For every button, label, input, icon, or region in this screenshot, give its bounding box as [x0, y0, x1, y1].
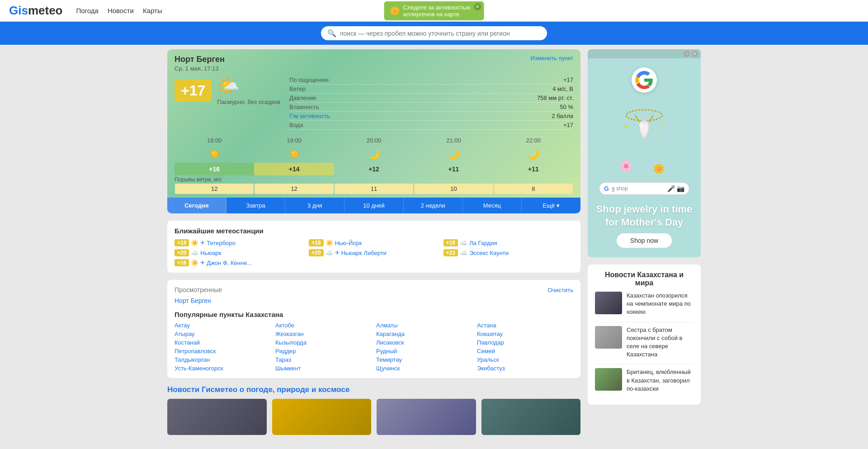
station-link-2[interactable]: Ла Гардия [469, 240, 497, 246]
popular-city-7[interactable]: Кокшетау [477, 331, 573, 337]
tab-more[interactable]: Ещё ▾ [522, 198, 580, 213]
popular-city-5[interactable]: Жезказган [275, 331, 372, 337]
allergy-banner[interactable]: 🌼 Следите за активностьюаллергенов на ка… [384, 1, 484, 20]
hourly-forecast: 18:00 19:00 20:00 21:00 22:00 ☀️ ☀️ 🌙 🌙 … [167, 135, 580, 198]
popular-city-11[interactable]: Павлодар [477, 339, 573, 346]
popular-city-9[interactable]: Кызылорда [275, 339, 372, 346]
hourly-wind-row: 12 12 11 10 8 [175, 184, 573, 194]
search-input[interactable] [340, 30, 541, 37]
station-item-2: +19 ☁️ Ла Гардия [443, 239, 573, 246]
station-link-5[interactable]: Эссекс Каунти [469, 250, 509, 256]
sidebar-news-item-2: Британец, влюбленный в Казахстан, загово… [595, 368, 693, 393]
location-info: Норт Берген Ср, 1 мая, 17:13 [175, 55, 225, 72]
hourly-wind-2: 11 [335, 184, 413, 194]
popular-city-4[interactable]: Атырау [175, 331, 271, 337]
sidebar-news-text-2[interactable]: Британец, влюбленный в Казахстан, загово… [627, 368, 693, 393]
sidebar-news-text-0[interactable]: Казахстан опозорился на чемпионате мира … [627, 292, 693, 317]
popular-city-6[interactable]: Караганда [376, 331, 472, 337]
ad-search-bar[interactable]: G g shop 🎤 📷 [599, 182, 689, 195]
tab-tomorrow[interactable]: Завтра [226, 198, 286, 213]
station-temp-3: +20 [175, 249, 189, 256]
feels-like-value: +17 [563, 76, 573, 83]
nav-news[interactable]: Новости [108, 7, 134, 14]
station-link-3[interactable]: Ньюарк [200, 250, 221, 256]
news-thumb-2[interactable] [272, 399, 372, 435]
sidebar-news-text-1[interactable]: Сестра с братом покончили с собой в селе… [627, 326, 693, 359]
tab-month[interactable]: Месяц [463, 198, 522, 213]
sidebar-news-thumb-0 [595, 292, 622, 314]
plane-icon-4: ✈ [335, 250, 340, 256]
divider-1 [595, 322, 693, 322]
popular-city-13[interactable]: Риддер [275, 348, 372, 354]
news-thumb-1[interactable] [167, 399, 267, 435]
tab-3days[interactable]: 3 дня [285, 198, 344, 213]
viewed-item[interactable]: Норт Берген [175, 297, 211, 304]
ad-headline: Shop jewelry in time for Mother's Day [588, 199, 701, 233]
geo-label[interactable]: Г/м активность [289, 113, 330, 119]
popular-city-12[interactable]: Петропавловск [175, 348, 271, 354]
popular-city-0[interactable]: Актау [175, 322, 271, 329]
tab-today[interactable]: Сегодня [167, 198, 226, 213]
current-temperature: +17 [175, 80, 212, 102]
logo[interactable]: Gismeteo [9, 4, 63, 18]
popular-city-15[interactable]: Семей [477, 348, 573, 354]
popular-city-3[interactable]: Астана [477, 322, 573, 329]
popular-city-17[interactable]: Тараз [275, 356, 372, 363]
popular-city-14[interactable]: Рудный [376, 348, 472, 354]
plane-icon-0: ✈ [200, 240, 205, 246]
nav-weather[interactable]: Погода [76, 7, 99, 14]
hourly-wind-0: 12 [175, 184, 254, 194]
hourly-time-1: 19:00 [254, 135, 334, 146]
shop-now-button[interactable]: Shop now [617, 233, 672, 248]
station-link-0[interactable]: Тетерборо [207, 240, 235, 246]
popular-city-2[interactable]: Алматы [376, 322, 472, 329]
news-thumb-4[interactable] [481, 399, 581, 435]
ad-search-text: g shop [612, 185, 665, 192]
popular-city-8[interactable]: Костанай [175, 339, 271, 346]
svg-text:✦: ✦ [624, 124, 628, 130]
change-location-link[interactable]: Изменить пункт [530, 55, 573, 61]
weather-card: Норт Берген Ср, 1 мая, 17:13 Изменить пу… [167, 49, 580, 213]
popular-city-1[interactable]: Актобе [275, 322, 372, 329]
popular-city-20[interactable]: Усть-Каменогорск [175, 365, 271, 372]
camera-icon: 📷 [677, 185, 684, 192]
station-link-4[interactable]: Ньюарк Либерти [341, 250, 387, 256]
popular-city-16[interactable]: Талдыкорган [175, 356, 271, 363]
station-link-1[interactable]: Нью-Йорк [335, 240, 362, 246]
water-label: Вода [289, 122, 303, 128]
popular-city-21[interactable]: Шымкент [275, 365, 372, 372]
center-content: Норт Берген Ср, 1 мая, 17:13 Изменить пу… [167, 49, 580, 435]
tab-2weeks[interactable]: 2 недели [404, 198, 463, 213]
hourly-temp-0: +16 [175, 163, 254, 175]
allergy-text: Следите за активностьюаллергенов на карт… [403, 4, 471, 18]
popular-city-18[interactable]: Темиртау [376, 356, 472, 363]
popular-city-10[interactable]: Лисаковск [376, 339, 472, 346]
svg-text:🌸: 🌸 [619, 159, 633, 172]
clear-button[interactable]: Очистить [547, 287, 573, 293]
ad-close-button[interactable]: ✕ [692, 51, 698, 57]
station-link-6[interactable]: Джон Ф. Кенне... [207, 260, 252, 266]
pressure-row: Давление 758 мм рт. ст. [289, 94, 573, 103]
station-icon-0: ☀️ [191, 239, 198, 246]
humidity-value: 50 % [560, 104, 573, 110]
jewelry-illustration: ✦ ✦ ✦ 🌸 🌼 [608, 97, 680, 179]
allergy-close-button[interactable]: ✕ [474, 3, 481, 10]
svg-text:🌼: 🌼 [653, 163, 665, 174]
weather-date: Ср, 1 мая, 17:13 [175, 65, 225, 72]
news-thumb-3[interactable] [377, 399, 476, 435]
station-temp-4: +20 [309, 249, 323, 256]
hourly-wind-4: 8 [494, 184, 573, 194]
hourly-temp-1: +14 [254, 163, 334, 175]
water-row: Вода +17 [289, 121, 573, 130]
nav-maps[interactable]: Карты [143, 7, 162, 14]
viewed-header: Просмотренные Очистить [175, 286, 573, 293]
logo-meteo: meteo [28, 4, 63, 17]
geo-row: Г/м активность 2 балла [289, 112, 573, 121]
tab-10days[interactable]: 10 дней [344, 198, 404, 213]
hourly-times-row: 18:00 19:00 20:00 21:00 22:00 [175, 135, 573, 146]
viewed-card: Просмотренные Очистить Норт Берген Попул… [167, 280, 580, 378]
popular-city-23[interactable]: Экибастуз [477, 365, 573, 372]
popular-city-22[interactable]: Щучинск [376, 365, 472, 372]
ad-info-button[interactable]: i [684, 51, 690, 57]
popular-city-19[interactable]: Уральск [477, 356, 573, 363]
